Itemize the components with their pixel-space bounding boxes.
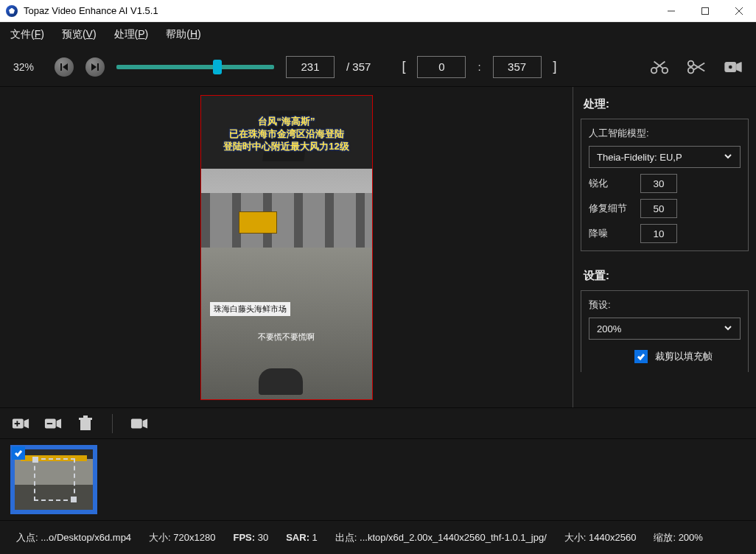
status-fps: FPS: 30 (233, 532, 268, 543)
toolbar-divider (112, 414, 113, 433)
window-minimize-button[interactable] (654, 0, 688, 22)
menubar: 文件(F) 预览(V) 处理(P) 帮助(H) (0, 22, 756, 47)
svg-rect-1 (702, 7, 709, 14)
thumbnail-image (15, 449, 93, 510)
processing-box: 人工智能模型: Theia-Fidelity: EU,P 锐化 修复细节 降噪 (581, 119, 749, 251)
bracket-close: ] (553, 59, 557, 74)
prev-frame-button[interactable] (55, 57, 74, 77)
svg-marker-17 (737, 62, 742, 71)
model-select[interactable]: Theia-Fidelity: EU,P (589, 146, 741, 168)
svg-rect-7 (97, 63, 99, 71)
svg-point-18 (729, 65, 733, 69)
range-colon: : (477, 60, 480, 73)
remove-video-button[interactable] (44, 416, 62, 432)
record-button[interactable] (724, 60, 743, 74)
cut-alt-button[interactable] (687, 60, 706, 74)
status-bar: 入点: ...o/Desktop/x6d.mp4 大小: 720x1280 FP… (0, 520, 756, 554)
range-start-input[interactable] (417, 56, 466, 78)
main-area: 台风“海高斯” 已在珠海市金湾区沿海登陆 登陆时中心附近最大风力12级 珠海白藤… (0, 87, 756, 408)
svg-marker-20 (24, 418, 29, 428)
status-out-size: 大小: 1440x2560 (564, 531, 637, 544)
svg-marker-24 (57, 418, 61, 428)
bracket-open: [ (402, 59, 405, 74)
current-frame-input[interactable] (286, 56, 335, 78)
preset-select[interactable]: 200% (589, 318, 741, 340)
video-location-tag: 珠海白藤头海鲜市场 (210, 302, 290, 316)
svg-point-13 (688, 67, 693, 72)
chevron-down-icon (724, 323, 732, 334)
thumbnail-item[interactable] (10, 445, 97, 514)
svg-rect-27 (79, 418, 92, 420)
bottom-toolbar (0, 408, 756, 439)
svg-rect-25 (47, 423, 52, 424)
status-scale: 缩放: 200% (654, 531, 703, 544)
model-label: 人工智能模型: (589, 127, 741, 140)
svg-line-15 (693, 63, 704, 69)
add-video-button[interactable] (12, 416, 29, 432)
denoise-label: 降噪 (589, 227, 630, 240)
svg-rect-4 (60, 63, 62, 71)
svg-point-9 (662, 67, 668, 72)
svg-marker-30 (143, 418, 147, 428)
window-close-button[interactable] (722, 0, 756, 22)
svg-marker-5 (63, 63, 68, 71)
thumbnail-checkbox[interactable] (12, 446, 25, 460)
transport-bar: 32% / 357 [ : ] (0, 47, 756, 87)
svg-point-12 (688, 60, 693, 66)
preview-viewport[interactable]: 台风“海高斯” 已在珠海市金湾区沿海登陆 登陆时中心附近最大风力12级 珠海白藤… (0, 87, 573, 407)
window-title: Topaz Video Enhance AI V1.5.1 (24, 5, 654, 16)
model-value: Theia-Fidelity: EU,P (597, 152, 682, 163)
processing-header: 处理: (573, 87, 756, 119)
detail-input[interactable] (640, 199, 677, 218)
cut-button[interactable] (650, 60, 669, 74)
video-banner: 台风“海高斯” 已在珠海市金湾区沿海登陆 登陆时中心附近最大风力12级 (201, 115, 372, 152)
menu-process[interactable]: 处理(P) (114, 28, 149, 41)
settings-header: 设置: (573, 259, 756, 290)
range-end-input[interactable] (493, 56, 542, 78)
denoise-input[interactable] (640, 224, 677, 243)
settings-box: 预设: 200% 裁剪以填充帧 (581, 290, 749, 372)
frame-separator: / 357 (346, 60, 371, 73)
svg-point-8 (651, 67, 657, 72)
app-logo (6, 5, 18, 17)
svg-rect-26 (80, 420, 91, 430)
window-titlebar: Topaz Video Enhance AI V1.5.1 (0, 0, 756, 22)
preset-label: 预设: (589, 298, 741, 312)
window-maximize-button[interactable] (688, 0, 722, 22)
video-frame: 台风“海高斯” 已在珠海市金湾区沿海登陆 登陆时中心附近最大风力12级 珠海白藤… (201, 96, 372, 399)
right-panel: 处理: 人工智能模型: Theia-Fidelity: EU,P 锐化 修复细节… (573, 87, 756, 407)
svg-line-14 (693, 64, 704, 71)
crop-overlay-icon (34, 458, 75, 501)
preset-value: 200% (597, 323, 621, 334)
sharpen-input[interactable] (640, 174, 677, 193)
detail-label: 修复细节 (589, 202, 630, 215)
crop-checkbox[interactable] (634, 350, 648, 363)
svg-marker-6 (91, 63, 97, 71)
status-sar: SAR: 1 (286, 532, 318, 543)
menu-preview[interactable]: 预览(V) (62, 28, 97, 41)
timeline-slider[interactable] (116, 61, 274, 73)
sharpen-label: 锐化 (589, 177, 630, 190)
status-out: 出点: ...ktop/x6d_2.00x_1440x2560_thf-1.0.… (335, 531, 547, 544)
svg-rect-28 (83, 416, 88, 418)
chevron-down-icon (724, 152, 732, 163)
status-in: 入点: ...o/Desktop/x6d.mp4 (16, 531, 131, 544)
camera-button[interactable] (130, 416, 148, 432)
delete-button[interactable] (77, 416, 94, 432)
status-in-size: 大小: 720x1280 (149, 531, 215, 544)
zoom-percent: 32% (13, 61, 43, 73)
crop-label: 裁剪以填充帧 (655, 350, 713, 363)
svg-rect-22 (15, 423, 20, 424)
svg-rect-29 (131, 418, 142, 428)
video-subtitle: 不要慌不要慌啊 (201, 332, 372, 343)
timeline-thumb[interactable] (213, 60, 222, 74)
menu-help[interactable]: 帮助(H) (166, 28, 200, 41)
next-frame-button[interactable] (85, 57, 105, 77)
thumbnail-strip (0, 439, 756, 520)
menu-file[interactable]: 文件(F) (10, 28, 44, 41)
